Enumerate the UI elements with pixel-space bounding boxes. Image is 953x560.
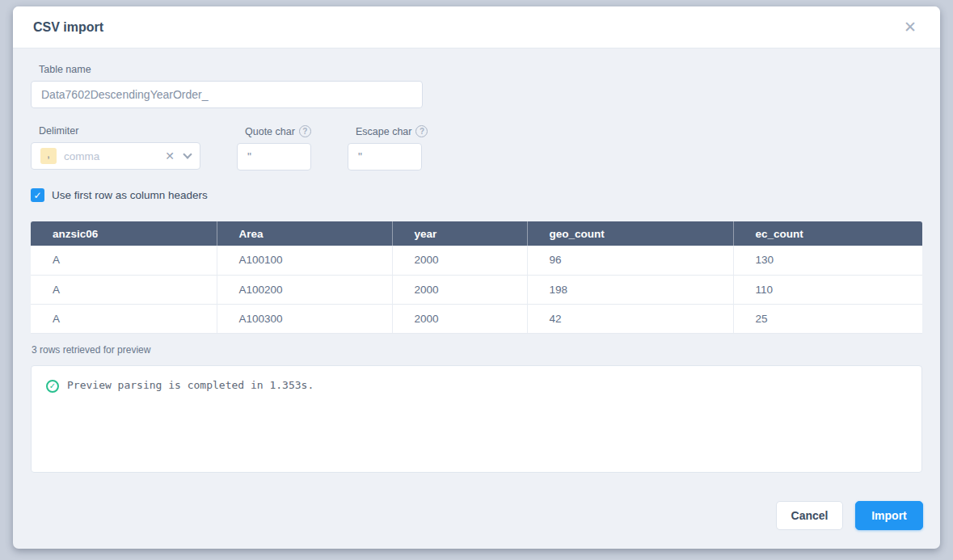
modal-footer: Cancel Import [13,498,940,549]
table-cell: 2000 [392,275,527,304]
csv-import-modal: CSV import ✕ Table name Delimiter , comm… [13,6,940,549]
success-icon: ✓ [46,380,59,393]
table-name-group: Table name [31,64,922,108]
quote-char-label-text: Quote char [245,126,295,137]
preview-table: anzsic06 Area year geo_count ec_count A … [31,221,922,334]
header-checkbox-row: ✓ Use first row as column headers [31,188,922,202]
table-cell: A100300 [217,304,392,333]
table-cell: A100200 [217,275,392,304]
table-cell: 96 [527,246,733,275]
check-icon: ✓ [33,191,41,200]
preview-summary: 3 rows retrieved for preview [32,344,922,356]
table-cell: 2000 [392,304,527,333]
delimiter-row: Delimiter , comma ✕ Quote char ? Escape … [31,125,922,171]
delimiter-select[interactable]: , comma ✕ [31,142,200,170]
table-cell: A [31,246,217,275]
table-cell: 110 [733,275,922,304]
import-button[interactable]: Import [855,501,923,530]
table-name-input[interactable] [31,81,423,108]
escape-char-group: Escape char ? [348,125,428,171]
table-row: A A100300 2000 42 25 [31,304,922,333]
help-icon[interactable]: ? [415,125,428,137]
quote-char-group: Quote char ? [237,125,311,171]
checkbox-checked[interactable]: ✓ [31,188,44,202]
escape-char-label-text: Escape char [356,126,411,137]
quote-char-input[interactable] [237,143,311,171]
log-message: Preview parsing is completed in 1.353s. [67,379,314,391]
table-cell: 25 [733,304,922,333]
table-row: A A100100 2000 96 130 [31,246,922,275]
preview-table-header: anzsic06 Area year geo_count ec_count [31,221,922,246]
chevron-down-icon[interactable] [183,149,192,158]
table-cell: A [31,275,217,304]
cancel-button[interactable]: Cancel [776,501,843,530]
table-cell: 130 [733,246,922,275]
column-header: year [392,221,527,246]
quote-char-label: Quote char ? [245,125,311,137]
delimiter-badge: , [40,148,57,164]
modal-header: CSV import ✕ [13,6,940,48]
close-icon[interactable]: ✕ [900,18,920,36]
help-icon[interactable]: ? [299,125,311,137]
delimiter-group: Delimiter , comma ✕ [31,125,200,171]
table-cell: A [31,304,217,333]
clear-icon[interactable]: ✕ [165,150,175,162]
escape-char-label: Escape char ? [356,125,428,137]
table-cell: 198 [527,275,733,304]
table-cell: 2000 [392,246,527,275]
modal-body: Table name Delimiter , comma ✕ Quote cha… [13,48,940,498]
table-cell: A100100 [217,246,392,275]
modal-title: CSV import [33,20,103,35]
delimiter-label: Delimiter [39,125,200,137]
escape-char-input[interactable] [348,143,422,171]
delimiter-value: comma [64,150,165,162]
column-header: Area [217,221,392,246]
column-header: anzsic06 [31,221,217,246]
table-cell: 42 [527,304,733,333]
table-row: A A100200 2000 198 110 [31,275,922,304]
table-name-label: Table name [39,64,922,75]
log-panel: ✓ Preview parsing is completed in 1.353s… [31,365,922,473]
column-header: ec_count [733,221,922,246]
column-header: geo_count [527,221,733,246]
header-checkbox-label: Use first row as column headers [52,189,208,201]
